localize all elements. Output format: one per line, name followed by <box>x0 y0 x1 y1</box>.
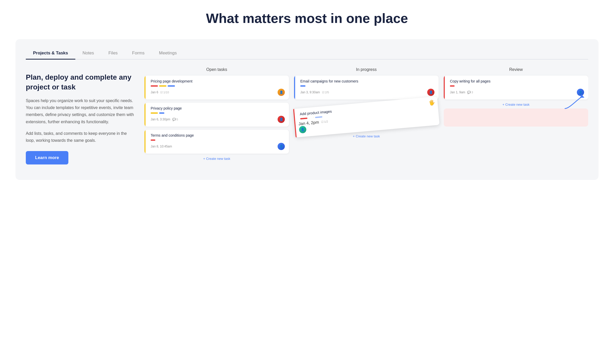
comment-icon: 💬 5 <box>172 118 178 121</box>
column-review-title: Review <box>444 67 588 72</box>
tag-yellow-dash <box>309 117 314 119</box>
checklist-icon: ☑ 1/10 <box>160 91 169 94</box>
avatar: 👤 <box>278 116 285 123</box>
task-meta-left: Jan 1, 9am 💬 3 <box>450 90 473 94</box>
tag-blue <box>300 85 305 87</box>
tag-red <box>151 85 158 87</box>
task-meta: Jan 6 ☑ 1/10 👤 <box>149 89 285 96</box>
task-date: Jan 1, 9am <box>450 90 465 94</box>
avatar: 👤 <box>427 89 434 96</box>
tag-red <box>300 118 307 119</box>
task-name: Email campaigns for new customers <box>298 79 434 83</box>
comment-icon: 💬 3 <box>467 91 473 94</box>
tag-blue <box>168 85 175 87</box>
create-task-link-open[interactable]: + Create new task <box>144 157 289 161</box>
task-side-bar <box>444 76 445 100</box>
page-title: What matters most in one place <box>15 10 599 26</box>
checklist-icon: ☑ 2/5 <box>322 91 329 94</box>
task-meta-left: Jan 8, 10:45am <box>151 145 172 148</box>
tag-blue <box>159 112 164 114</box>
tabs-nav: Projects & Tasks Notes Files Forms Meeti… <box>26 47 588 60</box>
task-date: Jan 6 <box>151 90 158 94</box>
left-panel: Plan, deploy and complete any project or… <box>26 67 134 170</box>
task-meta: Jan 6, 3:30pm 💬 5 👤 <box>149 116 285 123</box>
tag-blue-dash <box>315 116 322 118</box>
task-name: Pricing page development <box>149 79 285 83</box>
drop-arrow-icon <box>562 93 586 111</box>
task-date: Jan 3, 9:30am <box>300 90 320 94</box>
task-tags <box>149 112 285 114</box>
task-meta-left: Jan 6, 3:30pm 💬 5 <box>151 118 178 121</box>
column-open-tasks-title: Open tasks <box>144 67 289 72</box>
task-tags <box>149 85 285 87</box>
svg-marker-0 <box>580 94 584 98</box>
tag-red <box>450 85 455 87</box>
tab-projects-tasks[interactable]: Projects & Tasks <box>26 47 75 60</box>
task-meta-left: Jan 3, 9:30am ☑ 2/5 <box>300 90 329 94</box>
task-meta: Jan 3, 9:30am ☑ 2/5 👤 <box>298 89 434 96</box>
task-name: Copy writing for all pages <box>448 79 584 83</box>
task-name: Privacy policy page <box>149 106 285 110</box>
tabs-container: Projects & Tasks Notes Files Forms Meeti… <box>15 39 599 180</box>
left-panel-para1: Spaces help you organize work to suit yo… <box>26 97 134 125</box>
column-open-tasks: Open tasks Pricing page development Jan … <box>144 67 289 161</box>
task-side-bar <box>144 130 146 154</box>
tag-yellow <box>151 112 158 114</box>
column-in-progress: In progress Email campaigns for new cust… <box>294 67 439 138</box>
drop-target[interactable] <box>444 109 588 127</box>
column-in-progress-title: In progress <box>294 67 439 72</box>
task-tags <box>298 85 434 87</box>
drag-cursor-icon: 🖐 <box>428 99 435 106</box>
checklist-icon: ☑ 1/2 <box>321 120 328 124</box>
column-review: Review Copy writing for all pages Jan 1,… <box>444 67 588 127</box>
task-side-bar <box>293 109 297 138</box>
content-area: Plan, deploy and complete any project or… <box>26 67 588 170</box>
tag-yellow <box>159 85 166 87</box>
left-panel-para2: Add lists, tasks, and comments to keep e… <box>26 130 134 144</box>
learn-more-button[interactable]: Learn more <box>26 151 68 164</box>
task-side-bar <box>144 76 146 100</box>
task-side-bar <box>294 76 295 100</box>
dragging-task-card[interactable]: Add product images Jan 4, 2pm ☑ 1/2 👤 <box>293 96 440 137</box>
task-card[interactable]: Pricing page development Jan 6 ☑ 1/10 👤 <box>144 76 289 100</box>
avatar: 👤 <box>278 143 285 150</box>
task-date: Jan 4, 2pm <box>298 120 319 127</box>
task-name: Terms and conditions page <box>149 133 285 137</box>
task-columns: Open tasks Pricing page development Jan … <box>144 67 588 161</box>
tag-red <box>151 139 155 141</box>
task-card[interactable]: Privacy policy page Jan 6, 3:30pm 💬 5 👤 <box>144 103 289 127</box>
tab-forms[interactable]: Forms <box>125 47 152 60</box>
task-meta: Jan 8, 10:45am 👤 <box>149 143 285 150</box>
tab-notes[interactable]: Notes <box>75 47 101 60</box>
task-card[interactable]: Email campaigns for new customers Jan 3,… <box>294 76 439 100</box>
drop-target-area <box>444 109 588 127</box>
avatar: 👤 <box>299 126 306 134</box>
task-date: Jan 8, 10:45am <box>151 145 172 148</box>
task-tags <box>448 85 584 87</box>
left-panel-heading: Plan, deploy and complete any project or… <box>26 72 134 92</box>
tab-meetings[interactable]: Meetings <box>152 47 184 60</box>
task-date: Jan 6, 3:30pm <box>151 118 170 121</box>
task-tags <box>149 139 285 141</box>
task-side-bar <box>144 103 146 127</box>
avatar: 👤 <box>278 89 285 96</box>
task-card[interactable]: Terms and conditions page Jan 8, 10:45am… <box>144 130 289 154</box>
tab-files[interactable]: Files <box>101 47 125 60</box>
task-meta-left: Jan 6 ☑ 1/10 <box>151 90 169 94</box>
